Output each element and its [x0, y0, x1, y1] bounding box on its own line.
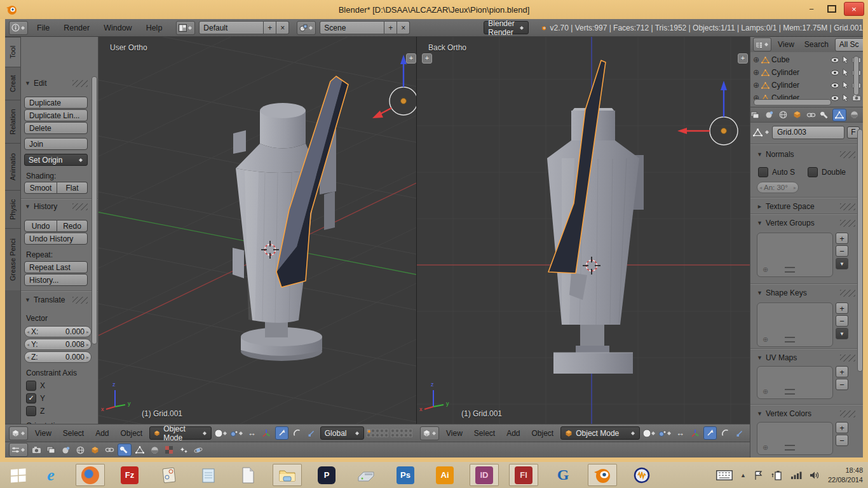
editor-type-button[interactable] — [9, 426, 28, 440]
tab-modifiers[interactable] — [118, 444, 132, 456]
menu-render[interactable]: Render — [58, 24, 95, 32]
outliner-scope-dropdown[interactable]: All Sc — [835, 38, 863, 51]
constraint-x-checkbox[interactable] — [26, 381, 36, 391]
tab-object[interactable] — [790, 109, 803, 121]
close-button[interactable]: × — [844, 2, 864, 16]
render-engine-dropdown[interactable]: Blender Render — [484, 21, 528, 34]
list-add-icon[interactable]: ⊕ — [763, 336, 768, 344]
tab-material[interactable] — [148, 444, 161, 456]
panel-grip-icon[interactable] — [840, 410, 855, 417]
tab-render-layers[interactable] — [44, 444, 57, 456]
mode-dropdown[interactable]: Object Mode — [560, 426, 640, 440]
panel-grip-icon[interactable] — [840, 151, 855, 158]
viewport-menu-select[interactable]: Select — [58, 429, 88, 438]
taskbar-clock[interactable]: 18:48 22/08/2014 — [828, 466, 863, 485]
viewport-menu-object[interactable]: Object — [116, 429, 147, 438]
touch-keyboard-icon[interactable] — [716, 470, 733, 480]
layers-widget[interactable] — [367, 429, 412, 437]
redo-button[interactable]: Redo — [57, 220, 88, 232]
viewport-shading-dropdown[interactable] — [214, 427, 227, 439]
toolshelf-tab-physics[interactable]: Physic — [5, 190, 20, 228]
volume-icon[interactable] — [810, 471, 820, 480]
pivot-point-dropdown[interactable] — [230, 427, 243, 439]
taskbar-flash[interactable]: Fl — [509, 464, 538, 486]
toolshelf-tab-animation[interactable]: Animatio — [5, 143, 20, 190]
visibility-eye-icon[interactable] — [831, 57, 839, 63]
panel-grip-icon[interactable] — [72, 297, 88, 304]
shape-keys-panel-header[interactable]: ▼Shape Keys — [757, 288, 807, 297]
tree-expand-icon[interactable]: ⊕ — [753, 68, 759, 77]
network-signal-icon[interactable] — [790, 471, 802, 480]
list-resize-grip[interactable] — [785, 445, 795, 451]
tab-scene[interactable] — [59, 444, 72, 456]
shape-key-add-button[interactable]: + — [836, 302, 848, 314]
panel-grip-icon[interactable] — [840, 290, 855, 297]
texture-space-panel-header[interactable]: ►Texture Space — [757, 202, 815, 211]
taskbar-notepad[interactable] — [194, 464, 223, 486]
vertex-color-remove-button[interactable]: − — [836, 435, 848, 446]
shape-keys-list[interactable]: ⊕ — [757, 302, 833, 347]
tab-render-layers[interactable] — [750, 109, 761, 121]
selectability-cursor-icon[interactable] — [843, 94, 849, 102]
panel-grip-icon[interactable] — [840, 203, 855, 210]
uv-maps-list[interactable]: ⊕ — [757, 366, 833, 399]
tab-object-data[interactable] — [832, 109, 846, 121]
mode-dropdown[interactable]: Object Mode — [149, 426, 212, 440]
vertex-color-add-button[interactable]: + — [836, 422, 848, 433]
taskbar-illustrator[interactable]: Ai — [430, 464, 459, 486]
join-button[interactable]: Join — [24, 138, 88, 150]
tab-texture[interactable] — [862, 109, 863, 121]
delete-button[interactable]: Delete — [24, 122, 88, 134]
uv-map-add-button[interactable]: + — [836, 366, 848, 377]
editor-type-button[interactable] — [753, 37, 771, 51]
auto-smooth-angle-slider[interactable]: ◂ An: 30° ▸ — [757, 182, 799, 193]
tab-world[interactable] — [776, 109, 789, 121]
taskbar-libreoffice[interactable] — [233, 464, 262, 486]
manipulator-rotate-button[interactable] — [291, 427, 303, 439]
region-expand-button[interactable]: + — [738, 53, 748, 64]
power-icon[interactable] — [771, 470, 783, 480]
viewport-right-canvas[interactable]: Back Ortho (1) Grid.001 z y x + + — [416, 37, 750, 424]
region-expand-button[interactable]: + — [406, 53, 416, 64]
taskbar-audacity[interactable] — [627, 464, 656, 486]
slider-left-arrow-icon[interactable]: ◂ — [27, 355, 29, 360]
manipulator-translate-button[interactable] — [275, 426, 288, 440]
viewport-menu-view[interactable]: View — [442, 429, 467, 438]
manipulator-axes-icon[interactable] — [261, 427, 273, 439]
scene-delete-button[interactable]: × — [397, 21, 410, 34]
slider-left-arrow-icon[interactable]: ◂ — [27, 329, 29, 335]
scene-field[interactable]: Scene — [320, 21, 384, 34]
vertex-colors-panel-header[interactable]: ▼Vertex Colors — [757, 409, 811, 418]
vertex-group-remove-button[interactable]: − — [836, 245, 848, 257]
taskbar-indesign[interactable]: ID — [470, 464, 499, 486]
undo-button[interactable]: Undo — [24, 220, 57, 232]
shape-key-remove-button[interactable]: − — [836, 315, 848, 327]
taskbar-blender[interactable] — [588, 464, 617, 486]
taskbar-internet-explorer[interactable]: e — [36, 464, 65, 486]
shade-flat-button[interactable]: Flat — [57, 182, 88, 194]
slider-left-arrow-icon[interactable]: ◂ — [27, 342, 29, 348]
selectability-cursor-icon[interactable] — [843, 69, 849, 76]
taskbar-p-app[interactable]: P — [312, 464, 341, 486]
toolshelf-tab-relations[interactable]: Relation — [5, 100, 20, 143]
visibility-eye-icon[interactable] — [831, 95, 839, 101]
vertex-group-specials-dropdown[interactable]: ▼ — [836, 258, 848, 269]
datablock-name-field[interactable]: Grid.003 — [772, 126, 844, 139]
outliner-row-cube[interactable]: ⊕ Cube — [753, 53, 861, 66]
shade-smooth-button[interactable]: Smoot — [24, 182, 57, 194]
vector-x-slider[interactable]: ◂ X:0.000 ▸ — [24, 326, 92, 337]
slider-right-arrow-icon[interactable]: ▸ — [86, 355, 89, 360]
transform-orientation-dropdown[interactable]: Global — [320, 426, 364, 440]
duplicate-linked-button[interactable]: Duplicate Lin... — [24, 109, 88, 121]
taskbar-file-explorer[interactable] — [273, 464, 302, 486]
taskbar-filezilla[interactable]: Fz — [115, 464, 144, 486]
menu-help[interactable]: Help — [141, 24, 168, 32]
list-resize-grip[interactable] — [785, 337, 795, 342]
tab-physics[interactable] — [192, 444, 205, 456]
viewport-left-canvas[interactable]: User Ortho (1) Grid.001 z y x + — [98, 37, 416, 424]
taskbar-firefox[interactable] — [76, 464, 105, 486]
manipulator-toggle-icon[interactable]: ↔ — [674, 427, 686, 439]
taskbar-notes-app[interactable] — [154, 464, 184, 486]
visibility-eye-icon[interactable] — [831, 70, 839, 76]
menu-window[interactable]: Window — [98, 24, 137, 32]
